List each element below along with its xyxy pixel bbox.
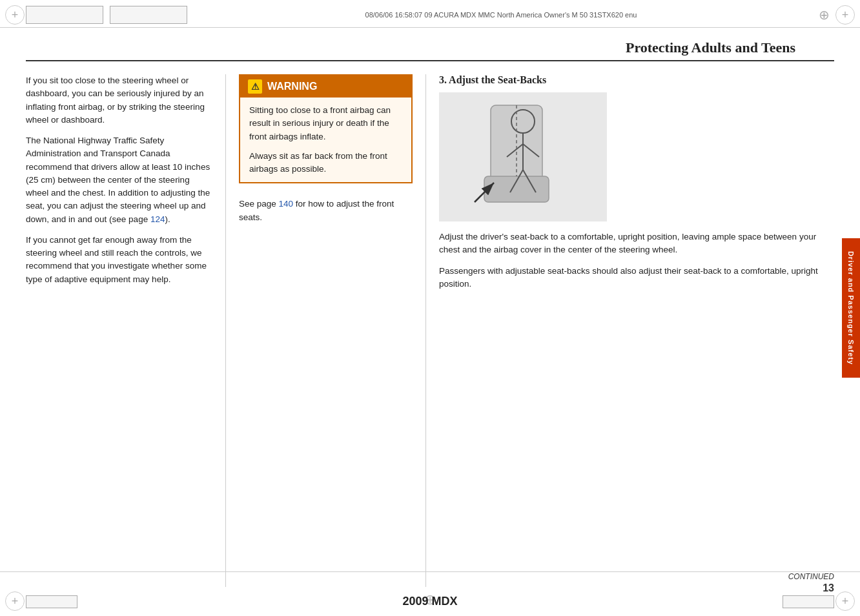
seat-diagram-svg: [439, 92, 607, 221]
corner-mark-tr: [835, 5, 855, 25]
section-heading-3: 3. Adjust the Seat-Backs: [439, 74, 834, 86]
footer-right: CONTINUED 13: [783, 572, 834, 608]
main-content: If you sit too close to the steering whe…: [0, 61, 860, 593]
nav-box-right: [110, 6, 187, 24]
see-page-note: See page 140 for how to adjust the front…: [239, 194, 413, 224]
left-para-2: The National Highway Traffic Safety Admi…: [26, 134, 212, 226]
seat-illustration: [439, 92, 607, 221]
crosshair-top-right: ⊕: [815, 5, 834, 25]
continued-label: CONTINUED: [788, 572, 834, 581]
footer-box-right: [783, 595, 834, 608]
warning-para-2: Always sit as far back from the front ai…: [249, 150, 402, 176]
warning-box: ⚠ WARNING Sitting too close to a front a…: [239, 74, 413, 183]
right-para-1: Adjust the driver's seat-back to a comfo…: [439, 231, 834, 257]
middle-column: ⚠ WARNING Sitting too close to a front a…: [226, 74, 426, 587]
left-para-3: If you cannot get far enough away from t…: [26, 234, 212, 286]
page-link-124[interactable]: 124: [150, 214, 165, 224]
page-title: Protecting Adults and Teens: [626, 39, 795, 56]
page-number: 13: [823, 582, 834, 594]
see-page-text: See page: [239, 199, 279, 209]
warning-para-1: Sitting too close to a front airbag can …: [249, 104, 402, 143]
right-para-2: Passengers with adjustable seat-backs sh…: [439, 265, 834, 291]
warning-header: ⚠ WARNING: [240, 76, 411, 98]
warning-triangle-icon: ⚠: [251, 81, 260, 92]
left-column: If you sit too close to the steering whe…: [26, 74, 226, 587]
corner-mark-tl: [5, 5, 25, 25]
nav-box-left: [26, 6, 103, 24]
page-container: 08/06/06 16:58:07 09 ACURA MDX MMC North…: [0, 0, 860, 616]
header-meta: 08/06/06 16:58:07 09 ACURA MDX MMC North…: [365, 11, 637, 19]
sidebar-tab: Driver and Passenger Safety: [842, 238, 860, 378]
warning-label: WARNING: [267, 81, 317, 92]
warning-icon: ⚠: [248, 79, 262, 94]
warning-body: Sitting too close to a front airbag can …: [240, 98, 411, 182]
header: 08/06/06 16:58:07 09 ACURA MDX MMC North…: [0, 0, 860, 28]
footer-left: [26, 595, 77, 608]
sidebar-tab-label: Driver and Passenger Safety: [847, 251, 855, 365]
page-link-140[interactable]: 140: [279, 199, 294, 209]
footer: ⊕ 2009 MDX CONTINUED 13: [0, 571, 860, 616]
nav-boxes: [26, 6, 187, 24]
footer-box-left: [26, 595, 77, 608]
right-column: 3. Adjust the Seat-Backs: [426, 74, 834, 587]
left-para-1: If you sit too close to the steering whe…: [26, 74, 212, 127]
left-para-2-end: ).: [165, 214, 170, 224]
footer-model: 2009 MDX: [402, 595, 457, 608]
left-para-2-start: The National Highway Traffic Safety Admi…: [26, 136, 210, 224]
page-title-area: Protecting Adults and Teens: [26, 28, 834, 61]
